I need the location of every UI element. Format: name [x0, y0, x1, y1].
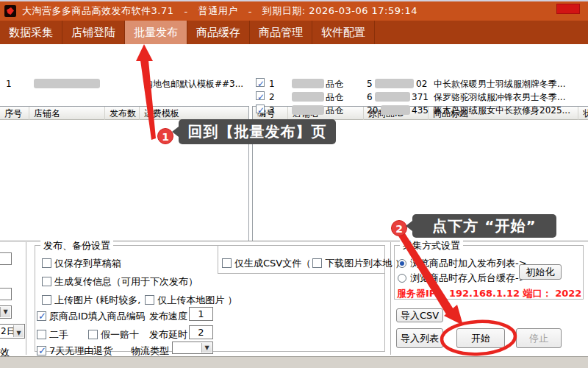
- blurred-store-name: [292, 92, 324, 102]
- step1-number-badge: 1: [157, 128, 173, 144]
- checkbox-label: 二手: [49, 329, 68, 340]
- radio-save-to-cache[interactable]: 浏览商品时存入后台缓存->: [398, 272, 527, 285]
- cell-seq: 1: [6, 77, 12, 91]
- collect-group-label: 采集方式设置: [400, 241, 463, 250]
- tab-batch-publish[interactable]: 批量发布: [125, 21, 187, 44]
- cell-store-suffix: 品仓: [326, 77, 343, 91]
- left-edge-input[interactable]: [0, 252, 12, 265]
- title-bar: 大淘营多多商品高效发布软件3.71 - 普通用户 - 到期日期: 2026-03…: [0, 1, 588, 21]
- main-tab-bar: 数据采集 店铺登陆 批量发布 商品缓存 商品管理 软件配置: [0, 21, 588, 44]
- row-checkbox[interactable]: [256, 91, 265, 100]
- right-table-row[interactable]: 2 品仓 6 371 保罗骆驼羽绒服冲锋衣男士冬季...: [253, 91, 588, 104]
- radio-label: 浏览商品时加入发布列表->: [410, 258, 527, 269]
- checkbox-icon[interactable]: [42, 258, 51, 268]
- radio-label: 浏览商品时存入后台缓存->: [410, 272, 527, 283]
- checkbox-icon[interactable]: [37, 311, 46, 321]
- blurred-id: [381, 105, 410, 115]
- row-checkbox[interactable]: [256, 78, 265, 87]
- tab-product-cache[interactable]: 商品缓存: [187, 21, 250, 44]
- cell-id-suffix: 435: [412, 104, 429, 117]
- checkbox-icon[interactable]: [37, 330, 46, 339]
- left-edge-combo[interactable]: [0, 305, 12, 319]
- blurred-id: [375, 92, 410, 102]
- publish-delay-input[interactable]: 2: [189, 325, 213, 339]
- publish-group-label: 发布、备份设置: [40, 241, 113, 250]
- checkbox-icon[interactable]: [42, 277, 51, 286]
- col-seq[interactable]: 序号: [0, 107, 29, 120]
- left-edge-input[interactable]: [0, 288, 12, 300]
- app-window: 大淘营多多商品高效发布软件3.71 - 普通用户 - 到期日期: 2026-03…: [0, 0, 588, 368]
- publish-delay-label: 发布延时: [149, 328, 187, 342]
- server-info-label: 服务器IP： 192.168.1.12 端口： 2022: [397, 287, 581, 300]
- chevron-down-icon[interactable]: [0, 307, 10, 317]
- right-table-row[interactable]: 3 品仓 20 435 啄木鸟羽绒服女中长款修身2025...: [253, 104, 588, 117]
- radio-icon[interactable]: [398, 274, 406, 283]
- start-button[interactable]: 开始: [456, 328, 505, 348]
- publish-speed-input[interactable]: 1: [189, 307, 213, 321]
- import-csv-button[interactable]: 导入CSV: [396, 308, 443, 322]
- checkbox-label: 7天无理由退货: [49, 345, 112, 356]
- checkbox-icon[interactable]: [222, 258, 232, 268]
- cell-template: 内地包邮默认模板##3...: [144, 77, 243, 91]
- cell-title: 中长款保暖男士羽绒服潮牌冬季...: [434, 77, 565, 91]
- tab-software-config[interactable]: 软件配置: [312, 21, 375, 44]
- stop-button[interactable]: 停止: [516, 328, 562, 348]
- cell-title: 保罗骆驼羽绒服冲锋衣男士冬季...: [434, 91, 565, 104]
- chevron-down-icon[interactable]: [13, 325, 24, 337]
- titlebar-red-badge[interactable]: [556, 4, 580, 14]
- title-separator: -: [184, 6, 187, 17]
- checkbox-icon[interactable]: [312, 258, 322, 268]
- radio-add-to-publish-list[interactable]: 浏览商品时加入发布列表->: [398, 257, 527, 270]
- blurred-store-name: [292, 79, 324, 88]
- checkbox-fake-compensate[interactable]: 假一赔十: [88, 328, 139, 342]
- init-button[interactable]: 初始化: [519, 264, 562, 280]
- logistics-type-combo[interactable]: [172, 342, 213, 354]
- app-logo-icon: [4, 5, 16, 17]
- chevron-down-icon[interactable]: [201, 343, 212, 353]
- step2-number-badge: 2: [391, 220, 407, 236]
- checkbox-icon[interactable]: [88, 330, 98, 339]
- date-combo[interactable]: 2日: [0, 324, 25, 339]
- col-store[interactable]: 店铺名: [29, 107, 105, 120]
- import-list-button[interactable]: 导入列表: [396, 328, 443, 348]
- checkbox-reuse-info[interactable]: 生成复传信息（可用于下次发布）: [42, 275, 198, 289]
- cell-store-suffix: 品仓: [326, 104, 343, 117]
- radio-icon[interactable]: [398, 259, 406, 268]
- checkbox-upload-images[interactable]: 上传图片 (耗时较多,仅上传本地图片 ）: [42, 294, 237, 307]
- publish-speed-label: 发布速度: [149, 310, 187, 323]
- blurred-id: [375, 79, 414, 88]
- checkbox-icon[interactable]: [37, 346, 46, 355]
- cell-id-prefix: 6: [367, 91, 373, 104]
- cell-id-prefix: 20: [367, 104, 378, 117]
- right-table-row[interactable]: 1 品仓 5 02 中长款保暖男士羽绒服潮牌冬季...: [253, 77, 588, 91]
- window-bottom-strip: [0, 356, 588, 368]
- tab-product-manage[interactable]: 商品管理: [250, 21, 312, 44]
- blurred-store-name: [292, 105, 324, 115]
- tab-data-collect[interactable]: 数据采集: [0, 21, 62, 44]
- cell-num: 3: [269, 104, 275, 117]
- left-table-row[interactable]: 1 内地包邮默认模板##3...: [0, 77, 248, 91]
- checkbox-save-draft[interactable]: 仅保存到草稿箱: [42, 257, 121, 270]
- col-shipping-template[interactable]: 运费模板: [140, 107, 248, 120]
- col-publish-count[interactable]: 发布数: [105, 107, 140, 120]
- cell-id-suffix: 02: [416, 77, 427, 91]
- checkbox-icon[interactable]: [145, 295, 154, 305]
- checkbox-label: 下载图片到本地 ）: [325, 258, 404, 269]
- checkbox-origin-id[interactable]: 原商品ID填入商品编码: [37, 310, 146, 323]
- row-checkbox[interactable]: [256, 105, 265, 113]
- app-title: 大淘营多多商品高效发布软件3.71: [22, 4, 173, 18]
- checkbox-icon[interactable]: [42, 295, 51, 305]
- checkbox-label: 假一赔十: [101, 329, 139, 340]
- checkbox-label: 上传图片 (耗时较多,: [54, 294, 140, 305]
- step1-bubble: 回到【批量发布】页: [179, 119, 336, 144]
- cell-id-prefix: 5: [367, 77, 373, 91]
- cell-num: 2: [269, 91, 275, 104]
- cell-store-suffix: 品仓: [326, 91, 343, 104]
- checkbox-csv-only[interactable]: 仅生成CSV文件（下载图片到本地 ）: [222, 257, 404, 270]
- checkbox-label: 生成复传信息（可用于下次发布）: [54, 276, 198, 287]
- checkbox-label: 仅生成CSV文件（: [234, 258, 311, 269]
- checkbox-secondhand[interactable]: 二手: [37, 328, 68, 342]
- left-table-header: 序号 店铺名 发布数 运费模板: [0, 106, 248, 120]
- cell-num: 1: [269, 77, 275, 91]
- tab-shop-login[interactable]: 店铺登陆: [62, 21, 125, 44]
